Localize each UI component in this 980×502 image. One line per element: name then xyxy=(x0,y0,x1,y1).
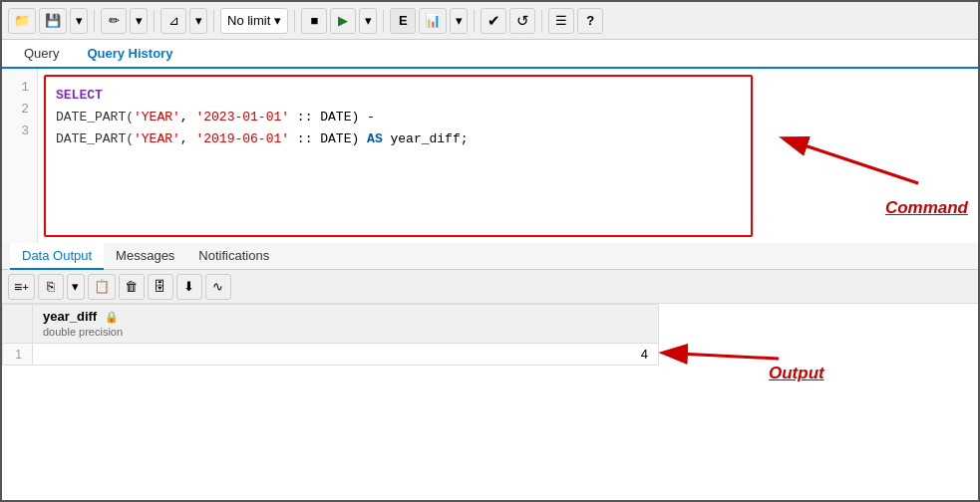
separator1 xyxy=(94,10,95,32)
bottom-section: Data Output Messages Notifications ≡+ ⎘ … xyxy=(2,243,978,393)
main-content: 1 2 3 SELECT DATE_PART('YEAR', '2023-01-… xyxy=(2,69,978,243)
output-toolbar: ≡+ ⎘ ▾ 📋 🗑 🗄 ⬇ ∿ xyxy=(2,270,978,304)
rollback-button[interactable]: ↺ xyxy=(509,8,535,34)
tab-messages[interactable]: Messages xyxy=(104,243,186,270)
separator5 xyxy=(383,10,384,32)
svg-line-1 xyxy=(799,143,918,183)
table-row: 1 4 xyxy=(3,344,659,366)
no-limit-label: No limit xyxy=(227,13,270,28)
paste-button[interactable]: 📋 xyxy=(88,274,116,300)
explain-dropdown-button[interactable]: ▾ xyxy=(450,8,468,34)
save-button[interactable]: 💾 xyxy=(39,8,67,34)
data-output-table: year_diff 🔒 double precision 1 4 xyxy=(2,304,659,366)
run-dropdown-button[interactable]: ▾ xyxy=(359,8,377,34)
keyword-select: SELECT xyxy=(56,88,103,103)
keyword-as: AS xyxy=(367,131,383,146)
open-folder-button[interactable]: 📁 xyxy=(8,8,36,34)
explain-chart-button[interactable]: 📊 xyxy=(419,8,447,34)
main-toolbar: 📁 💾 ▾ ✏ ▾ ⊿ ▾ No limit ▾ ■ ▶ ▾ E 📊 ▾ ✔ ↺… xyxy=(2,2,978,40)
tab-notifications[interactable]: Notifications xyxy=(186,243,281,270)
code-line-2: DATE_PART('YEAR', '2023-01-01' :: DATE) … xyxy=(56,107,741,128)
download-button[interactable]: ⬇ xyxy=(176,274,202,300)
fn-date-part-1: DATE_PART( xyxy=(56,110,134,125)
code-line-3: DATE_PART('YEAR', '2019-06-01' :: DATE) … xyxy=(56,128,741,150)
separator6 xyxy=(474,10,475,32)
str-date1: '2023-01-01' xyxy=(195,110,289,125)
filter-button[interactable]: ⊿ xyxy=(161,8,186,34)
line-num-1: 1 xyxy=(2,77,37,99)
filter-dropdown-button[interactable]: ▾ xyxy=(189,8,207,34)
add-row-button[interactable]: ≡+ xyxy=(8,274,35,300)
commit-button[interactable]: ✔ xyxy=(481,8,506,34)
bottom-tabs: Data Output Messages Notifications xyxy=(2,243,978,270)
separator7 xyxy=(541,10,542,32)
data-table-area: year_diff 🔒 double precision 1 4 xyxy=(2,304,659,393)
cell-year-diff-1: 4 xyxy=(33,344,659,366)
separator4 xyxy=(294,10,295,32)
save-dropdown-button[interactable]: ▾ xyxy=(70,8,88,34)
data-and-annotation: year_diff 🔒 double precision 1 4 xyxy=(2,304,978,393)
edit-dropdown-button[interactable]: ▾ xyxy=(130,8,148,34)
line-num-3: 3 xyxy=(2,121,37,142)
help-button[interactable]: ? xyxy=(577,8,603,34)
run-button[interactable]: ▶ xyxy=(330,8,356,34)
edit-button[interactable]: ✏ xyxy=(101,8,127,34)
query-tabs: Query Query History xyxy=(2,40,978,69)
line-num-2: 2 xyxy=(2,99,37,121)
row-number-1: 1 xyxy=(3,344,33,366)
no-limit-dropdown[interactable]: No limit ▾ xyxy=(220,8,288,34)
tab-query-history[interactable]: Query History xyxy=(73,40,186,69)
svg-line-3 xyxy=(679,354,779,359)
str-year2: 'YEAR' xyxy=(134,131,180,146)
copy-button[interactable]: ⎘ xyxy=(38,274,64,300)
separator2 xyxy=(154,10,155,32)
delete-button[interactable]: 🗑 xyxy=(119,274,145,300)
code-line-1: SELECT xyxy=(56,85,741,107)
right-annotation: Command xyxy=(759,69,978,243)
code-editor[interactable]: SELECT DATE_PART('YEAR', '2023-01-01' ::… xyxy=(44,75,753,237)
str-date2: '2019-06-01' xyxy=(195,131,289,146)
row-num-header xyxy=(3,305,33,344)
separator3 xyxy=(213,10,214,32)
editor-area: 1 2 3 SELECT DATE_PART('YEAR', '2023-01-… xyxy=(2,69,759,243)
macros-button[interactable]: ☰ xyxy=(548,8,574,34)
chart-button[interactable]: ∿ xyxy=(205,274,231,300)
col-year-diff-header: year_diff 🔒 double precision xyxy=(33,305,659,344)
copy-dropdown-button[interactable]: ▾ xyxy=(67,274,85,300)
str-year: 'YEAR' xyxy=(134,110,180,125)
output-annotation-area: Output xyxy=(659,304,978,393)
command-annotation-label: Command xyxy=(885,198,968,218)
tab-data-output[interactable]: Data Output xyxy=(10,243,104,270)
line-numbers: 1 2 3 xyxy=(2,69,38,243)
stop-button[interactable]: ■ xyxy=(301,8,327,34)
save-data-button[interactable]: 🗄 xyxy=(148,274,173,300)
no-limit-chevron: ▾ xyxy=(274,13,281,28)
lock-icon: 🔒 xyxy=(105,311,119,323)
explain-button[interactable]: E xyxy=(390,8,416,34)
fn-date-part-2: DATE_PART( xyxy=(56,131,134,146)
output-annotation-label: Output xyxy=(769,364,824,383)
tab-query[interactable]: Query xyxy=(10,40,73,69)
